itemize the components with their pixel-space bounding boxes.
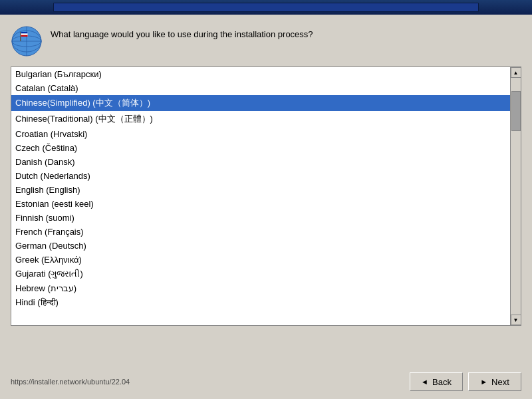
list-item[interactable]: Gujarati (ગુજરાતી) xyxy=(11,267,510,281)
back-arrow-icon: ◄ xyxy=(421,378,428,386)
list-item[interactable]: Catalan (Català) xyxy=(11,81,510,95)
list-item[interactable]: Estonian (eesti keel) xyxy=(11,197,510,211)
footer-buttons: ◄ Back ► Next xyxy=(410,372,521,391)
list-item[interactable]: French (Français) xyxy=(11,225,510,239)
list-item[interactable]: Chinese(Traditional) (中文（正體）) xyxy=(11,111,510,127)
list-item[interactable]: Greek (Ελληνικά) xyxy=(11,253,510,267)
list-item[interactable]: Danish (Dansk) xyxy=(11,155,510,169)
svg-rect-9 xyxy=(21,35,28,37)
back-label: Back xyxy=(432,377,452,387)
list-item[interactable]: Hebrew (עברית) xyxy=(11,281,510,295)
header-question: What language would you like to use duri… xyxy=(51,29,313,39)
header-section: What language would you like to use duri… xyxy=(11,25,521,57)
list-item[interactable]: Hindi (हिन्दी) xyxy=(11,295,510,310)
svg-rect-8 xyxy=(21,32,28,33)
scroll-up-button[interactable]: ▲ xyxy=(511,67,521,78)
scroll-track xyxy=(511,78,521,315)
list-item[interactable]: Dutch (Nederlands) xyxy=(11,169,510,183)
progress-bar xyxy=(53,3,479,12)
back-button[interactable]: ◄ Back xyxy=(410,372,463,391)
scroll-thumb[interactable] xyxy=(511,91,521,131)
list-item[interactable]: Finnish (suomi) xyxy=(11,211,510,225)
list-item[interactable]: Bulgarian (Български) xyxy=(11,67,510,81)
footer-url: https://installer.network/ubuntu/22.04 xyxy=(11,378,130,386)
language-list-container: Bulgarian (Български)Catalan (Català)Chi… xyxy=(11,66,521,326)
scrollbar[interactable]: ▲ ▼ xyxy=(510,67,521,325)
next-label: Next xyxy=(491,377,509,387)
footer-section: https://installer.network/ubuntu/22.04 ◄… xyxy=(0,364,532,399)
header-text: What language would you like to use duri… xyxy=(51,25,313,41)
main-content: What language would you like to use duri… xyxy=(0,15,532,331)
list-item[interactable]: Chinese(Simplified) (中文（简体）) xyxy=(11,95,510,111)
svg-rect-6 xyxy=(20,32,21,41)
list-item[interactable]: English (English) xyxy=(11,183,510,197)
scroll-down-button[interactable]: ▼ xyxy=(511,315,521,325)
language-list[interactable]: Bulgarian (Български)Catalan (Català)Chi… xyxy=(11,67,510,325)
next-arrow-icon: ► xyxy=(480,378,487,386)
list-item[interactable]: Croatian (Hrvatski) xyxy=(11,127,510,141)
next-button[interactable]: ► Next xyxy=(468,372,521,391)
list-item[interactable]: German (Deutsch) xyxy=(11,239,510,253)
title-bar xyxy=(0,0,532,15)
globe-icon xyxy=(11,25,43,57)
list-item[interactable]: Czech (Čeština) xyxy=(11,141,510,155)
